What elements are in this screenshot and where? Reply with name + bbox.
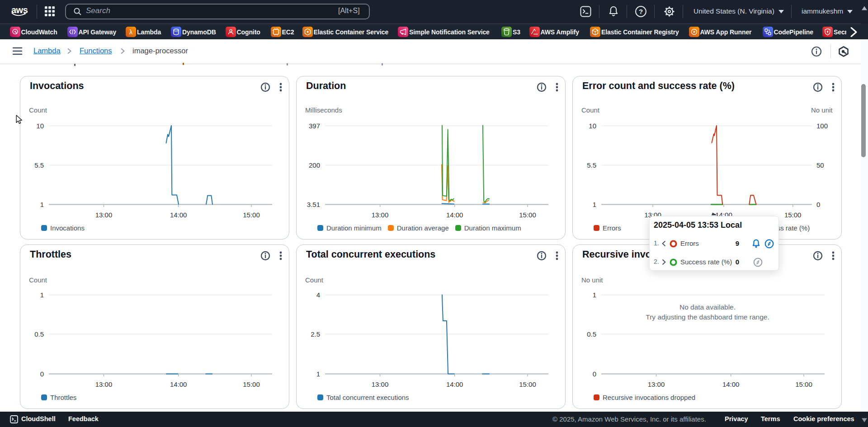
svg-text:200: 200 <box>309 161 320 169</box>
svg-text:15:00: 15:00 <box>243 211 260 219</box>
svg-text:Count: Count <box>305 276 324 284</box>
svg-text:No data available.: No data available. <box>679 303 736 311</box>
svg-text:13:00: 13:00 <box>648 380 665 388</box>
svg-text:No unit: No unit <box>581 276 603 284</box>
svg-text:13:00: 13:00 <box>372 380 389 388</box>
svg-text:100: 100 <box>816 122 828 130</box>
svg-text:397: 397 <box>309 122 320 130</box>
svg-text:λ: λ <box>129 28 132 36</box>
svg-text:Count: Count <box>29 276 47 284</box>
svg-text:5.5: 5.5 <box>34 161 44 169</box>
svg-text:0: 0 <box>593 370 596 378</box>
svg-text:2.5: 2.5 <box>311 330 320 338</box>
svg-text:1: 1 <box>593 291 596 299</box>
svg-text:14:00: 14:00 <box>170 211 187 219</box>
svg-text:14:00: 14:00 <box>446 211 463 219</box>
svg-text:13:00: 13:00 <box>372 211 389 219</box>
svg-text:15:00: 15:00 <box>243 380 260 388</box>
svg-text:50: 50 <box>816 161 824 169</box>
svg-text:Try adjusting the dashboard ti: Try adjusting the dashboard time range. <box>646 313 769 321</box>
svg-text:Count: Count <box>29 106 47 114</box>
svg-text:10: 10 <box>589 122 596 130</box>
svg-text:?: ? <box>639 8 643 15</box>
svg-text:0.5: 0.5 <box>587 330 596 338</box>
svg-text:13:00: 13:00 <box>95 211 113 219</box>
svg-text:1: 1 <box>316 370 320 378</box>
svg-text:13:00: 13:00 <box>95 380 113 388</box>
svg-text:3.51: 3.51 <box>307 201 320 208</box>
svg-text:1: 1 <box>593 201 596 208</box>
svg-text:15:00: 15:00 <box>784 211 802 219</box>
svg-text:No unit: No unit <box>811 106 833 114</box>
svg-text:14:00: 14:00 <box>170 380 187 388</box>
svg-text:15:00: 15:00 <box>519 380 536 388</box>
svg-text:0: 0 <box>816 201 820 208</box>
svg-text:1: 1 <box>40 291 44 299</box>
svg-text:0: 0 <box>40 370 44 378</box>
svg-text:5.5: 5.5 <box>587 161 596 169</box>
svg-text:Milliseconds: Milliseconds <box>305 106 342 114</box>
svg-text:14:00: 14:00 <box>722 380 740 388</box>
svg-text:10: 10 <box>36 122 44 130</box>
svg-text:14:00: 14:00 <box>446 380 463 388</box>
svg-text:15:00: 15:00 <box>519 211 536 219</box>
svg-text:4: 4 <box>316 291 320 299</box>
svg-text:Count: Count <box>581 106 600 114</box>
svg-text:1: 1 <box>40 201 44 208</box>
svg-text:0.5: 0.5 <box>34 330 44 338</box>
svg-text:15:00: 15:00 <box>795 380 812 388</box>
